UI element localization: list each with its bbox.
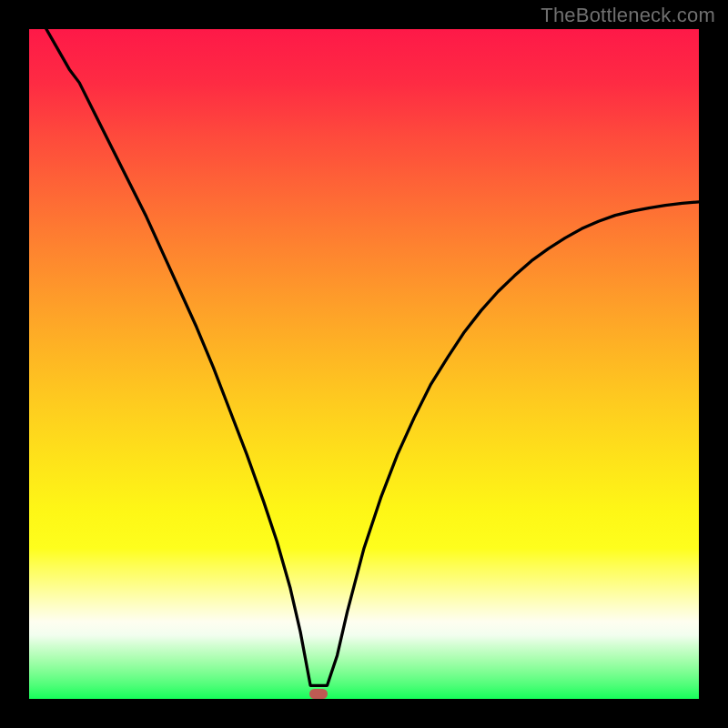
optimum-marker	[309, 689, 328, 699]
chart-frame: TheBottleneck.com	[0, 0, 728, 728]
attribution-label: TheBottleneck.com	[541, 4, 715, 27]
chart-svg	[29, 29, 699, 699]
gradient-background	[29, 29, 699, 699]
plot-area	[29, 29, 699, 699]
